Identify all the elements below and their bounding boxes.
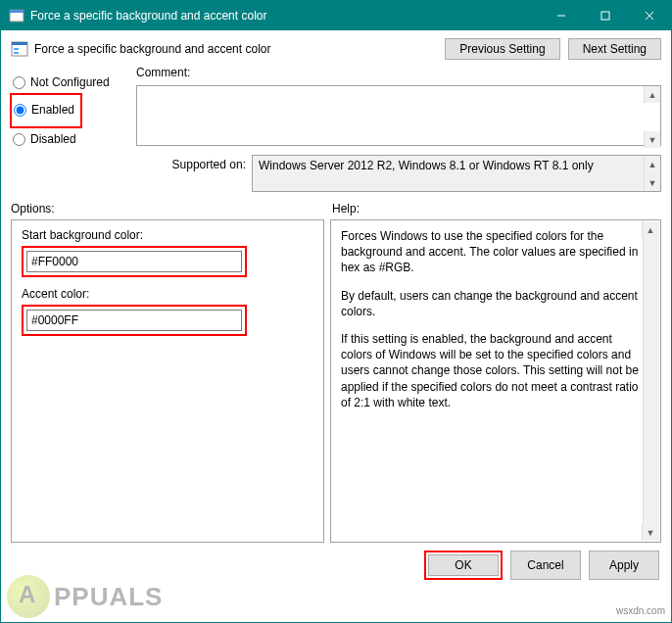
close-button[interactable] [627,1,671,30]
help-section-label: Help: [328,202,661,216]
accent-color-label: Accent color: [22,287,313,301]
radio-not-configured-input[interactable] [13,76,25,89]
minimize-button[interactable] [539,1,583,30]
scroll-up-icon[interactable]: ▲ [642,221,658,238]
radio-disabled-label: Disabled [30,132,76,146]
scroll-down-icon[interactable]: ▼ [642,524,658,541]
state-radio-group: Not Configured Enabled Disabled [11,66,128,156]
svg-rect-8 [14,48,19,50]
radio-enabled[interactable]: Enabled [14,103,74,117]
radio-not-configured[interactable]: Not Configured [13,75,128,89]
help-paragraph: Forces Windows to use the specified colo… [341,228,639,276]
titlebar: Force a specific background and accent c… [1,1,671,30]
policy-icon [11,40,28,58]
policy-header-title: Force a specific background and accent c… [34,42,445,56]
ok-button[interactable]: OK [428,554,499,576]
scroll-down-icon[interactable]: ▼ [644,174,660,191]
maximize-button[interactable] [583,1,627,30]
options-pane: Start background color: Accent color: [11,219,324,543]
radio-enabled-input[interactable] [14,104,26,117]
options-section-label: Options: [11,202,328,216]
source-watermark: wsxdn.com [616,605,665,616]
comment-textarea[interactable] [136,85,661,146]
supported-on-value: Windows Server 2012 R2, Windows 8.1 or W… [252,155,661,192]
bg-color-label: Start background color: [22,228,313,242]
scroll-up-icon[interactable]: ▲ [644,156,660,172]
cancel-button[interactable]: Cancel [510,551,581,580]
radio-disabled-input[interactable] [13,133,25,146]
scroll-down-icon[interactable]: ▼ [644,131,660,148]
help-paragraph: If this setting is enabled, the backgrou… [341,331,639,410]
radio-enabled-label: Enabled [31,103,74,117]
comment-label: Comment: [136,66,661,79]
svg-rect-7 [12,42,27,45]
radio-not-configured-label: Not Configured [30,75,110,89]
svg-rect-1 [10,10,24,13]
supported-on-label: Supported on: [136,155,246,171]
radio-disabled[interactable]: Disabled [13,132,128,146]
svg-rect-9 [14,52,19,54]
help-scrollbar[interactable]: ▲ ▼ [643,221,659,541]
previous-setting-button[interactable]: Previous Setting [445,38,559,60]
scroll-up-icon[interactable]: ▲ [644,86,660,103]
window-title: Force a specific background and accent c… [30,9,539,23]
bg-color-input[interactable] [26,251,242,272]
apply-button[interactable]: Apply [589,551,659,580]
help-pane: Forces Windows to use the specified colo… [330,219,661,543]
help-paragraph: By default, users can change the backgro… [341,288,639,319]
next-setting-button[interactable]: Next Setting [568,38,661,60]
policy-window-icon [9,8,24,24]
svg-rect-3 [601,12,609,20]
accent-color-input[interactable] [26,310,242,331]
